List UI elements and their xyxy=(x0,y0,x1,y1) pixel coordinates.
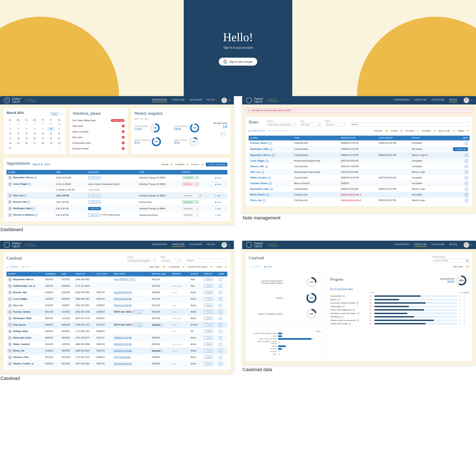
edit-link[interactable]: ✎ Edit xyxy=(215,208,221,210)
external-link-icon[interactable]: ↗ xyxy=(269,182,272,185)
chevron-down-icon[interactable]: ▾ xyxy=(229,244,230,246)
next-appt-link[interactable]: 03/19/24 02:00 PM xyxy=(114,291,132,294)
nav-caseload[interactable]: CASELOAD xyxy=(414,243,427,247)
calendar-day[interactable]: 1 xyxy=(47,122,55,126)
view-arrow-icon[interactable]: → xyxy=(219,304,222,307)
add-memo-button[interactable]: + Memo xyxy=(204,343,213,346)
user-avatar[interactable] xyxy=(464,242,469,248)
attention-item[interactable]: New cases2 xyxy=(72,134,125,140)
calendar-day[interactable]: 9 xyxy=(55,127,63,131)
calendar-day[interactable]: 30 xyxy=(55,141,63,145)
google-signin-button[interactable]: Sign in with Google xyxy=(219,58,257,66)
external-link-icon[interactable]: ↗ xyxy=(32,207,35,210)
edit-icon[interactable]: ↗ xyxy=(465,154,468,157)
calendar-day[interactable]: 25 xyxy=(15,141,22,145)
attention-item[interactable]: Notes open4 xyxy=(72,123,125,129)
range-select[interactable]: Last six months▦ xyxy=(432,258,469,262)
calendar-day[interactable]: 6 xyxy=(55,146,63,150)
calendar-day[interactable]: 5 xyxy=(47,146,55,150)
nav-caseload[interactable]: CASELOAD xyxy=(172,243,185,247)
add-memo-button[interactable]: + Memo xyxy=(204,284,213,288)
next-appt-link[interactable]: 03/22/24 11:00 AM xyxy=(114,350,131,352)
calendar-day[interactable]: 26 xyxy=(23,141,30,145)
nav-notes[interactable]: NOTES xyxy=(449,99,457,102)
tab-closed-notes[interactable]: ☐ CLOSED NOTES xyxy=(269,130,288,132)
view-link[interactable]: ◉ View xyxy=(215,183,221,185)
calendar-day[interactable]: 4 xyxy=(39,146,47,150)
calendar-day[interactable]: 3 xyxy=(31,146,38,150)
type-select[interactable]: All notes▾ xyxy=(300,123,321,127)
nav-notes[interactable]: NOTES xyxy=(449,243,457,247)
tab-clients[interactable]: ☺ CLIENTS xyxy=(249,266,261,268)
start-zoom-button[interactable]: ▷ Start Zoom xyxy=(88,201,101,204)
edit-icon[interactable]: ↗ xyxy=(465,159,468,162)
calendar-day[interactable]: 21 xyxy=(39,136,47,140)
next-appt-link[interactable]: 03/20/24 03:30 PM xyxy=(114,343,132,345)
edit-icon[interactable]: ↗ xyxy=(465,142,468,145)
chevron-down-icon[interactable]: ▾ xyxy=(471,244,472,246)
add-memo-button[interactable]: + Memo xyxy=(204,330,213,333)
search-input[interactable] xyxy=(350,122,469,127)
calendar-day[interactable]: 10 xyxy=(7,132,14,136)
nav-dashboard[interactable]: DASHBOARD xyxy=(152,99,167,102)
nav-dashboard[interactable]: DASHBOARD xyxy=(394,243,409,247)
tab-data[interactable]: ☷ DATA xyxy=(22,266,30,268)
add-memo-button[interactable]: + Memo xyxy=(204,323,213,326)
external-link-icon[interactable]: ↗ xyxy=(270,188,273,190)
add-memo-button[interactable]: + Memo xyxy=(204,278,213,281)
add-memo-button[interactable]: + Memo xyxy=(204,304,213,307)
calendar-day[interactable]: 14 xyxy=(39,132,47,136)
external-link-icon[interactable]: ↗ xyxy=(270,148,272,150)
nav-calendar[interactable]: CALENDAR xyxy=(432,99,444,102)
tab-clients[interactable]: ☺ CLIENTS xyxy=(7,266,18,268)
calendar-prev-icon[interactable]: ‹ xyxy=(60,113,61,115)
nav-calendar[interactable]: CALENDAR xyxy=(189,243,202,247)
calendar-day[interactable]: 17 xyxy=(7,136,14,140)
status-select[interactable]: Completed ▾ xyxy=(182,176,199,179)
view-arrow-icon[interactable]: → xyxy=(219,356,222,359)
external-link-icon[interactable]: ↗ xyxy=(34,177,37,179)
status-select[interactable]: Completed ▾ xyxy=(182,200,199,204)
add-memo-button[interactable]: + Memo xyxy=(204,336,213,339)
start-zoom-button[interactable]: ▷ Start Zoom xyxy=(88,176,101,179)
external-link-icon[interactable]: ↗ xyxy=(268,177,271,179)
edit-icon[interactable]: ↗ xyxy=(465,165,468,168)
external-link-icon[interactable]: ↗ xyxy=(266,160,269,162)
nav-calendar[interactable]: CALENDAR xyxy=(189,99,202,102)
add-memo-button[interactable]: + Memo xyxy=(204,291,213,294)
calendar-day[interactable]: 1 xyxy=(15,146,22,150)
edit-icon[interactable]: ↗ xyxy=(465,188,468,191)
next-appt-link[interactable]: 03/22/24 03:00 PM xyxy=(114,362,132,365)
start-zoom-button[interactable]: ▷ Start Zoom xyxy=(88,207,101,210)
attention-item[interactable]: Outreach tracked2 xyxy=(72,146,125,151)
calendar-day[interactable]: 18 xyxy=(15,136,22,140)
search-input[interactable] xyxy=(186,258,227,263)
view-arrow-icon[interactable]: → xyxy=(219,336,222,339)
edit-icon[interactable]: ↗ xyxy=(465,193,468,196)
add-memo-button[interactable]: + Memo xyxy=(204,297,213,300)
nav-caseload[interactable]: CASELOAD xyxy=(414,99,427,102)
add-appt-button[interactable]: + Appt xyxy=(128,278,136,281)
attention-item[interactable]: Unscheduled cases1 xyxy=(72,140,125,146)
calendar-day[interactable]: 5 xyxy=(23,127,30,131)
calendar-day[interactable]: 16 xyxy=(55,132,63,136)
calendar-day[interactable]: 15 xyxy=(47,132,55,136)
tab-data[interactable]: ☷ DATA xyxy=(264,266,272,268)
create-note-button[interactable]: + Create note xyxy=(453,147,468,151)
calendar-day[interactable]: 2 xyxy=(23,146,30,150)
chevron-down-icon[interactable]: ▾ xyxy=(229,99,230,101)
calendar-day[interactable]: 29 xyxy=(47,141,55,145)
add-appt-button[interactable]: + Appt xyxy=(135,311,142,314)
add-memo-button[interactable]: + Memo xyxy=(204,317,213,320)
view-arrow-icon[interactable]: → xyxy=(219,278,222,281)
view-arrow-icon[interactable]: → xyxy=(219,311,222,313)
next-appt-link[interactable]: Due: 03/23/24 xyxy=(114,278,127,280)
tab-open-notes[interactable]: ☐ OPEN NOTES xyxy=(249,130,265,132)
view-arrow-icon[interactable]: → xyxy=(219,343,222,346)
user-avatar[interactable] xyxy=(221,242,227,248)
external-link-icon[interactable]: ↗ xyxy=(272,154,275,156)
add-appt-button[interactable]: + Appt xyxy=(135,324,142,326)
edit-icon[interactable]: ↗ xyxy=(465,176,468,179)
calendar-day[interactable]: 11 xyxy=(15,132,22,136)
calendar-day[interactable]: 31 xyxy=(7,146,14,150)
